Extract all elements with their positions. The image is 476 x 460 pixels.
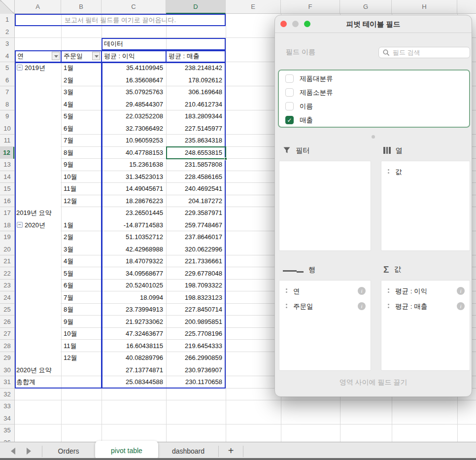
- pivot-profit-value[interactable]: 21.92733062: [102, 316, 163, 328]
- pivot-sales-value[interactable]: 221.7336661: [166, 255, 222, 268]
- row-header-4[interactable]: 4: [0, 50, 14, 63]
- pivot-sales-value[interactable]: 235.8634318: [166, 135, 222, 147]
- pivot-month-cell[interactable]: 5월: [64, 268, 100, 280]
- pivot-sales-value[interactable]: 204.187272: [166, 195, 222, 208]
- pivot-profit-value[interactable]: 35.07925763: [102, 86, 163, 99]
- pivot-grand-total-profit[interactable]: 25.08344588: [102, 376, 163, 389]
- row-header-19[interactable]: 19: [0, 231, 14, 244]
- pivot-sales-value[interactable]: 183.2809344: [166, 110, 222, 123]
- pivot-profit-value[interactable]: 16.60438115: [102, 340, 163, 353]
- field-search-input[interactable]: 필드 검색: [378, 47, 470, 58]
- pivot-profit-value[interactable]: 40.47788153: [102, 147, 163, 159]
- filters-dropzone[interactable]: [279, 161, 371, 251]
- drag-handle-icon[interactable]: [388, 288, 389, 294]
- row-header-31[interactable]: 31: [0, 376, 14, 389]
- row-header-30[interactable]: 30: [0, 364, 14, 377]
- row-header-17[interactable]: 17: [0, 207, 14, 219]
- pivot-profit-value[interactable]: 14.49045671: [102, 183, 163, 195]
- pivot-month-cell[interactable]: 12월: [64, 195, 100, 208]
- pivot-profit-value[interactable]: 29.48544307: [102, 99, 163, 111]
- pivot-profit-value[interactable]: 10.96059253: [102, 135, 163, 147]
- column-header-F[interactable]: F: [281, 0, 340, 13]
- pivot-sales-value[interactable]: 259.7748467: [166, 219, 222, 232]
- row-header-29[interactable]: 29: [0, 352, 14, 364]
- row-header-2[interactable]: 2: [0, 26, 14, 38]
- pivot-sales-value[interactable]: 238.2148142: [166, 62, 222, 74]
- pivot-sales-value[interactable]: 225.7708196: [166, 328, 222, 340]
- pivot-month-cell[interactable]: 11월: [64, 340, 100, 353]
- fill-handle[interactable]: [224, 157, 227, 160]
- pivot-row-header-year[interactable]: 연: [17, 50, 52, 63]
- pivot-month-cell[interactable]: 12월: [64, 352, 100, 364]
- pivot-month-cell[interactable]: 10월: [64, 328, 100, 340]
- pivot-profit-value[interactable]: 32.73066492: [102, 123, 163, 135]
- pivot-sales-value[interactable]: 200.9895851: [166, 316, 222, 328]
- pivot-sales-value[interactable]: 231.5857808: [166, 159, 222, 171]
- pivot-profit-value[interactable]: 18.0994: [102, 292, 163, 304]
- info-icon[interactable]: i: [457, 287, 465, 295]
- pivot-sales-value[interactable]: 240.4692541: [166, 183, 222, 195]
- pivot-summary-sales[interactable]: 229.3587971: [166, 207, 222, 219]
- info-icon[interactable]: i: [358, 302, 366, 310]
- field-list[interactable]: 제품대분류제품소분류이름✓매출: [278, 70, 470, 128]
- row-header-21[interactable]: 21: [0, 255, 14, 268]
- column-header-D[interactable]: D: [166, 0, 226, 14]
- area-item-평균 : 이익[interactable]: 평균 : 이익i: [381, 283, 470, 299]
- pivot-summary-profit[interactable]: 23.26501445: [102, 207, 163, 219]
- pivot-value-header-sales[interactable]: 평균 : 매출: [169, 50, 223, 63]
- pivot-sales-value[interactable]: 219.6454333: [166, 340, 222, 353]
- row-header-1[interactable]: 1: [0, 14, 14, 26]
- pivot-month-cell[interactable]: 1월: [64, 219, 100, 232]
- year-filter-dropdown-icon[interactable]: [52, 52, 60, 60]
- pivot-data-header[interactable]: 데이터: [104, 38, 163, 50]
- row-header-16[interactable]: 16: [0, 195, 14, 208]
- pivot-month-cell[interactable]: 3월: [64, 244, 100, 256]
- pivot-month-cell[interactable]: 9월: [64, 316, 100, 328]
- pivot-profit-value[interactable]: 16.35608647: [102, 74, 163, 87]
- row-header-10[interactable]: 10: [0, 123, 14, 135]
- pivot-month-cell[interactable]: 2월: [64, 74, 100, 87]
- pivot-profit-value[interactable]: 22.03252208: [102, 110, 163, 123]
- pivot-value-header-profit[interactable]: 평균 : 이익: [104, 50, 163, 63]
- pivot-row-header-orderdate[interactable]: 주문일: [64, 50, 92, 63]
- row-header-27[interactable]: 27: [0, 328, 14, 340]
- pivot-month-cell[interactable]: 11월: [64, 183, 100, 195]
- pivot-profit-value[interactable]: 31.34523013: [102, 171, 163, 183]
- drag-handle-icon[interactable]: [286, 304, 287, 310]
- area-item-주문일[interactable]: 주문일i: [279, 299, 371, 314]
- row-header-35[interactable]: 35: [0, 425, 14, 437]
- info-icon[interactable]: i: [457, 302, 465, 310]
- pivot-profit-value[interactable]: 23.73994913: [102, 304, 163, 316]
- row-header-14[interactable]: 14: [0, 171, 14, 183]
- row-header-13[interactable]: 13: [0, 159, 14, 171]
- pivot-year-summary-label[interactable]: 2020년 요약: [16, 364, 100, 377]
- pivot-month-cell[interactable]: 3월: [64, 86, 100, 99]
- pivot-profit-value[interactable]: 35.41109945: [102, 62, 163, 74]
- list-resize-handle[interactable]: [372, 135, 375, 139]
- pivot-sales-value[interactable]: 237.8646017: [166, 231, 222, 244]
- row-header-8[interactable]: 8: [0, 99, 14, 111]
- row-header-15[interactable]: 15: [0, 183, 14, 195]
- pivot-month-cell[interactable]: 8월: [64, 304, 100, 316]
- row-header-9[interactable]: 9: [0, 110, 14, 123]
- checkbox-unchecked-icon[interactable]: [285, 74, 294, 83]
- drag-handle-icon[interactable]: [286, 288, 287, 294]
- pivot-month-cell[interactable]: 4월: [64, 255, 100, 268]
- checkbox-unchecked-icon[interactable]: [285, 88, 294, 97]
- pivot-sales-value[interactable]: 178.092612: [166, 74, 222, 87]
- pivot-profit-value[interactable]: 42.42968988: [102, 244, 163, 256]
- pivot-year-summary-label[interactable]: 2019년 요약: [16, 207, 100, 219]
- pivot-month-cell[interactable]: 7월: [64, 292, 100, 304]
- pivot-sales-value[interactable]: 228.4586165: [166, 171, 222, 183]
- pivot-month-cell[interactable]: 5월: [64, 110, 100, 123]
- row-header-32[interactable]: 32: [0, 389, 14, 401]
- pivot-month-cell[interactable]: 4월: [64, 99, 100, 111]
- prev-sheet-arrow-icon[interactable]: [11, 448, 15, 455]
- column-header-A[interactable]: A: [15, 0, 61, 13]
- row-header-12[interactable]: 12: [0, 147, 14, 159]
- field-item-제품소분류[interactable]: 제품소분류: [279, 86, 469, 100]
- checkbox-unchecked-icon[interactable]: [285, 102, 294, 110]
- pivot-month-cell[interactable]: 6월: [64, 123, 100, 135]
- row-header-6[interactable]: 6: [0, 74, 14, 87]
- pivot-grand-total-label[interactable]: 총합계: [16, 376, 100, 389]
